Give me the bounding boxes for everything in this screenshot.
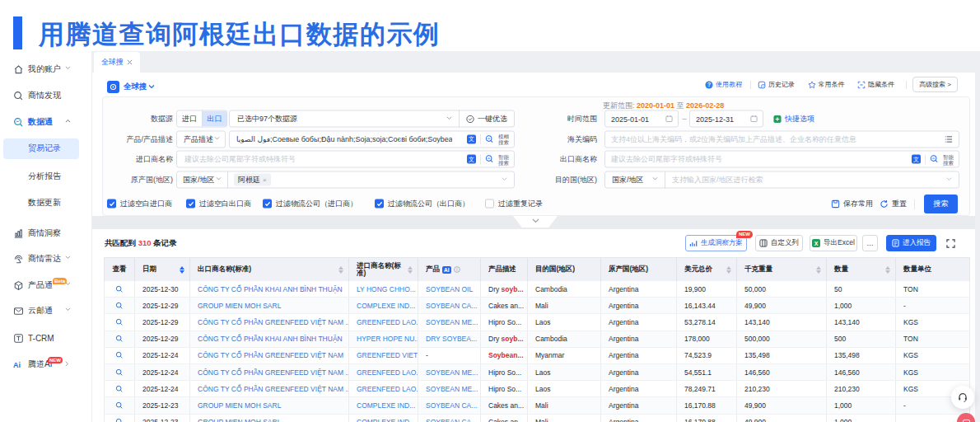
- data-source-select-value[interactable]: 已选中97个数据源: [237, 114, 297, 124]
- cell-product[interactable]: SOYBEAN ME...: [418, 364, 481, 380]
- filter-checkbox-1[interactable]: 过滤空白出口商: [186, 199, 251, 209]
- tutorial-link[interactable]: ? 使用教程: [705, 80, 742, 89]
- sidebar-subitem-4[interactable]: 分析报告: [3, 166, 79, 187]
- chevron-down-icon[interactable]: [446, 116, 452, 122]
- cell-product[interactable]: SOYBEAN ME...: [418, 381, 481, 396]
- cell-exporter[interactable]: CÔNG TY CỔ PHẦN GREENFEED VIỆT NAM: [190, 348, 349, 363]
- search-button[interactable]: 搜索: [924, 195, 958, 213]
- col-header-10[interactable]: 数量: [827, 258, 896, 281]
- toggle-export[interactable]: 出口: [202, 111, 226, 127]
- cell-exporter[interactable]: CÔNG TY CỔ PHẦN KHAI ANH BÌNH THUẬN: [190, 331, 349, 347]
- save-favorite-button[interactable]: 保存常用: [831, 199, 873, 209]
- col-header-9[interactable]: 千克重量: [737, 258, 827, 281]
- sidebar-item-7[interactable]: 商情雷达: [0, 249, 92, 269]
- sort-icon[interactable]: [885, 266, 892, 274]
- sidebar-item-0[interactable]: 我的账户: [0, 59, 92, 79]
- sidebar-item-8[interactable]: 产品通Beta: [0, 275, 92, 295]
- cell-importer[interactable]: GREENFEED LAO...: [349, 364, 418, 380]
- view-magnifier-icon[interactable]: [115, 351, 124, 359]
- advanced-search-button[interactable]: 高级搜索 >: [912, 77, 958, 92]
- history-link[interactable]: 历史记录: [758, 80, 795, 89]
- cell-importer[interactable]: COMPLEXE IND...: [349, 397, 418, 413]
- reset-button[interactable]: 重置: [880, 199, 907, 209]
- smart-search-icon[interactable]: [930, 155, 939, 164]
- sidebar-item-9[interactable]: 云邮通: [0, 301, 92, 321]
- tab-global-search[interactable]: 全球搜: [94, 52, 140, 73]
- fullscreen-icon[interactable]: [946, 239, 955, 248]
- quick-options-link[interactable]: 快捷选项: [773, 114, 814, 124]
- module-chevron-down-icon[interactable]: [148, 84, 155, 89]
- sidebar-subitem-3[interactable]: 贸易记录: [3, 138, 79, 159]
- sidebar-item-10[interactable]: T-CRM: [0, 328, 92, 348]
- cell-product[interactable]: DRY SOYBEA...: [418, 331, 481, 347]
- date-from-input[interactable]: 2025-01-01: [604, 110, 679, 128]
- custom-columns-button[interactable]: 自定义列: [755, 235, 803, 251]
- tab-close-icon[interactable]: [127, 59, 133, 65]
- translate-icon[interactable]: 文: [467, 155, 476, 164]
- sort-icon[interactable]: [816, 266, 823, 274]
- cell-importer[interactable]: GREENFEED VIET...: [349, 348, 418, 363]
- translate-icon[interactable]: 文: [912, 155, 921, 164]
- filter-checkbox-4[interactable]: 过滤重复记录: [485, 199, 543, 209]
- tag-close-icon[interactable]: ×: [263, 176, 267, 183]
- product-input[interactable]: فول الصويا;Соевые бобы;Đậu nành;Soja;soj…: [229, 130, 515, 148]
- generate-insight-button[interactable]: 生成洞察方案 NEW: [685, 235, 747, 251]
- cell-product[interactable]: SOYBEAN CA...: [418, 415, 481, 422]
- cell-product[interactable]: SOYBEAN OIL: [418, 281, 481, 297]
- cell-importer[interactable]: HYPER HOPE NU...: [349, 331, 418, 347]
- importer-input[interactable]: 建议去除公司尾部字符或特殊符号 文 智能 搜索: [176, 151, 515, 168]
- smart-search-icon[interactable]: [485, 155, 494, 164]
- col-header-1[interactable]: 日期: [135, 258, 190, 281]
- more-button[interactable]: …: [862, 235, 878, 251]
- fuzzy-search-icon[interactable]: [485, 134, 494, 143]
- sidebar-item-6[interactable]: 商情洞察: [0, 223, 92, 243]
- col-header-3[interactable]: 进口商名称(标准): [349, 258, 418, 281]
- module-title[interactable]: 全球搜: [124, 82, 147, 92]
- view-magnifier-icon[interactable]: [115, 368, 124, 377]
- filter-checkbox-0[interactable]: 过滤空白进口商: [107, 199, 172, 209]
- col-header-2[interactable]: 出口商名称(标准): [190, 258, 349, 281]
- filter-checkbox-2[interactable]: 过滤物流公司（进口商）: [263, 199, 357, 209]
- sidebar-item-1[interactable]: 商情发现: [0, 86, 92, 106]
- view-magnifier-icon[interactable]: [115, 401, 124, 410]
- list-icon[interactable]: [945, 135, 953, 143]
- cell-exporter[interactable]: CÔNG TY CỔ PHẦN GREENFEED VIỆT NAM ...: [190, 364, 349, 380]
- cell-exporter[interactable]: GROUP MIEN MOH SARL: [190, 397, 349, 413]
- enter-report-button[interactable]: 进入报告: [886, 235, 936, 251]
- origin-country-control[interactable]: 国家/地区 阿根廷 ×: [176, 171, 515, 188]
- cell-importer[interactable]: COMPLEXE IND...: [349, 298, 418, 313]
- hide-conditions-link[interactable]: 隐藏条件: [857, 80, 894, 89]
- cell-product[interactable]: SOYBEAN ME...: [418, 314, 481, 330]
- view-magnifier-icon[interactable]: [115, 318, 124, 326]
- view-magnifier-icon[interactable]: [115, 335, 124, 343]
- export-excel-button[interactable]: X 导出Excel: [810, 235, 857, 251]
- cell-product[interactable]: SOYBEAN CA...: [418, 397, 481, 413]
- sidebar-subitem-5[interactable]: 数据更新: [3, 193, 79, 213]
- exporter-input[interactable]: 建议去除公司尾部字符或特殊符号 文 智能 搜索: [604, 151, 959, 168]
- cell-importer[interactable]: LY HONG CHHO...: [349, 281, 418, 297]
- sidebar-item-11[interactable]: Ai腾道AINEW: [0, 354, 92, 374]
- col-header-8[interactable]: 美元总价: [677, 258, 737, 281]
- sort-icon[interactable]: [408, 266, 414, 274]
- cell-importer[interactable]: GREENFEED LAO...: [349, 381, 418, 396]
- hs-code-input[interactable]: 支持4位以上海关编码，或2位海关编码加上产品描述、企业名称的任意信息: [604, 130, 959, 148]
- cell-exporter[interactable]: CÔNG TY CỔ PHẦN KHAI ANH BÌNH THUẬN: [190, 281, 349, 297]
- view-magnifier-icon[interactable]: [115, 302, 124, 310]
- cell-exporter[interactable]: CÔNG TY CỔ PHẦN GREENFEED VIỆT NAM ...: [190, 381, 349, 396]
- one-click-optimize-button[interactable]: 一键优选: [460, 114, 514, 124]
- cell-product[interactable]: SOYBEAN CA...: [418, 298, 481, 313]
- view-magnifier-icon[interactable]: [115, 418, 124, 422]
- view-magnifier-icon[interactable]: [115, 285, 124, 293]
- filter-checkbox-3[interactable]: 过滤物流公司（出口商）: [375, 199, 469, 209]
- sort-icon[interactable]: [180, 266, 186, 274]
- cell-exporter[interactable]: GROUP MIEN MOH SARL: [190, 415, 349, 422]
- collapse-handle[interactable]: [513, 216, 558, 227]
- sort-icon[interactable]: [726, 266, 733, 274]
- date-to-input[interactable]: 2025-12-31: [689, 110, 763, 128]
- translate-icon[interactable]: 文: [467, 134, 476, 143]
- cell-exporter[interactable]: GROUP MIEN MOH SARL: [190, 298, 349, 313]
- cell-importer[interactable]: COMPLEXE IND...: [349, 415, 418, 422]
- product-select[interactable]: 产品描述: [176, 130, 226, 148]
- sidebar-item-2[interactable]: 数据通: [0, 112, 92, 132]
- destination-control[interactable]: 国家/地区 支持输入国家/地区进行检索: [604, 171, 959, 188]
